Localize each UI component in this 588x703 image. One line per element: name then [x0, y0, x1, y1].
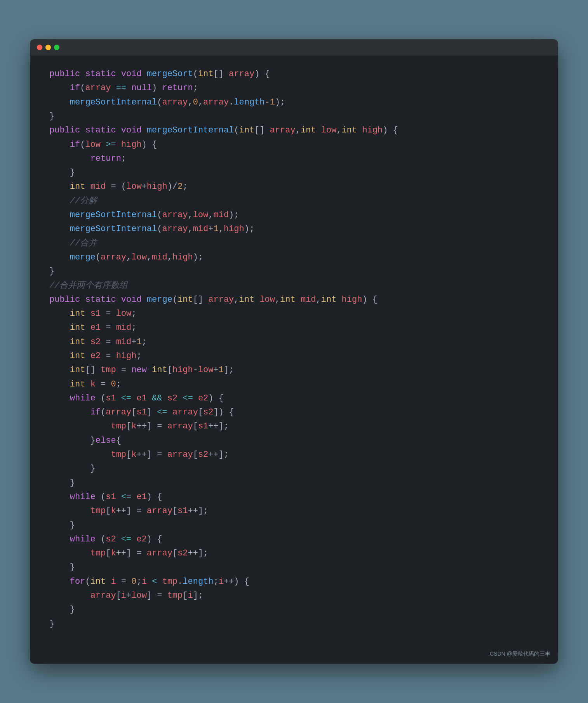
close-button[interactable]: [37, 45, 42, 50]
minimize-button[interactable]: [45, 45, 51, 50]
titlebar: [30, 39, 558, 56]
watermark: CSDN @爱敲代码的三丰: [30, 647, 558, 664]
code-window: public static void mergeSort(int[] array…: [30, 39, 558, 664]
maximize-button[interactable]: [54, 45, 59, 50]
code-content: public static void mergeSort(int[] array…: [30, 56, 558, 647]
